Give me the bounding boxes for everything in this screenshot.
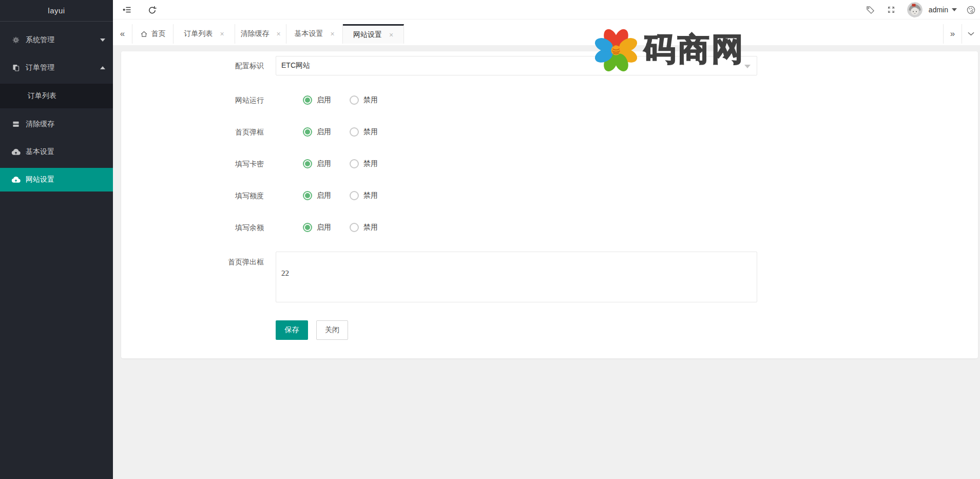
radio-disable-label[interactable]: 禁用 <box>363 159 378 168</box>
radio-enable[interactable] <box>303 223 312 232</box>
radio-enable[interactable] <box>303 159 312 168</box>
gear-icon <box>11 36 21 44</box>
radio-disable-label[interactable]: 禁用 <box>363 95 378 105</box>
tab-operations-button[interactable] <box>962 24 980 44</box>
tab-home[interactable]: 首页 <box>132 24 174 44</box>
field-label: 填写余额 <box>207 218 264 237</box>
chevron-down-icon <box>952 8 957 11</box>
radio-disable-label[interactable]: 禁用 <box>363 191 378 200</box>
avatar-image <box>907 2 923 17</box>
app-logo: layui <box>0 0 113 22</box>
sidebar-item-label: 订单列表 <box>28 91 56 101</box>
fullscreen-icon <box>887 5 896 14</box>
close-icon[interactable]: × <box>276 30 280 37</box>
sidebar: layui 系统管理 订单管理 订单列表 <box>0 0 113 479</box>
radio-enable[interactable] <box>303 127 312 137</box>
sidebar-nav: 系统管理 订单管理 订单列表 清除缓存 <box>0 22 113 191</box>
form-row-popup-content: 首页弹出框 22 <box>207 252 978 304</box>
radio-disable-label[interactable]: 禁用 <box>363 127 378 137</box>
sidebar-item-order-management[interactable]: 订单管理 <box>0 56 113 80</box>
field-label: 填写卡密 <box>207 154 264 174</box>
cloud-upload-icon <box>11 148 21 156</box>
header-right: admin <box>866 0 976 20</box>
home-icon <box>140 30 148 38</box>
identity-select[interactable] <box>276 56 757 75</box>
radio-enable-label[interactable]: 启用 <box>317 95 331 105</box>
chevron-down-icon <box>100 39 105 42</box>
collapse-sidebar-button[interactable] <box>117 0 138 20</box>
sidebar-item-label: 系统管理 <box>26 35 54 45</box>
user-menu[interactable]: admin <box>929 6 957 14</box>
sidebar-item-label: 清除缓存 <box>26 120 54 129</box>
chevron-up-icon <box>100 66 105 69</box>
tab-basic-settings[interactable]: 基本设置 × <box>286 24 343 44</box>
radio-enable[interactable] <box>303 191 312 200</box>
username: admin <box>929 6 948 14</box>
close-icon[interactable]: × <box>330 30 334 37</box>
theme-button[interactable] <box>966 5 976 15</box>
close-button[interactable]: 关闭 <box>316 320 348 340</box>
close-icon[interactable]: × <box>220 30 224 37</box>
radio-enable-label[interactable]: 启用 <box>317 191 331 200</box>
radio-enable-label[interactable]: 启用 <box>317 159 331 168</box>
tag-icon <box>866 5 875 15</box>
tab-label: 基本设置 <box>294 29 323 39</box>
tab-scroll-left-button[interactable]: « <box>113 24 132 44</box>
settings-card: 配置标识 网站运行 启用 禁用 <box>121 51 978 358</box>
tabs-row: « 首页 订单列表 × 清除缓存 × 基本设置 × 网站设置 × <box>113 24 404 44</box>
tab-clear-cache[interactable]: 清除缓存 × <box>235 24 286 44</box>
close-icon[interactable]: × <box>389 31 393 39</box>
radio-disable-label[interactable]: 禁用 <box>363 223 378 232</box>
radio-enable[interactable] <box>303 95 312 105</box>
form-row-identity: 配置标识 <box>207 56 978 75</box>
tab-scroll-right-button[interactable]: » <box>943 24 962 44</box>
tab-bar: « 首页 订单列表 × 清除缓存 × 基本设置 × 网站设置 × » <box>113 20 980 45</box>
sidebar-item-system-management[interactable]: 系统管理 <box>0 28 113 52</box>
sidebar-item-label: 网站设置 <box>26 175 54 184</box>
save-button[interactable]: 保存 <box>276 320 308 340</box>
copy-icon <box>11 64 21 72</box>
refresh-button[interactable] <box>142 0 162 20</box>
radio-disable[interactable] <box>350 127 359 137</box>
sidebar-item-site-settings[interactable]: 网站设置 <box>0 168 113 191</box>
server-icon <box>11 120 21 128</box>
radio-disable[interactable] <box>350 159 359 168</box>
collapse-sidebar-icon <box>122 5 132 15</box>
radio-enable-label[interactable]: 启用 <box>317 127 331 137</box>
field-label: 配置标识 <box>207 56 264 75</box>
form-row-home-popup: 首页弹框 启用 禁用 <box>207 122 978 142</box>
field-label: 首页弹出框 <box>207 252 264 267</box>
tag-button[interactable] <box>866 5 875 15</box>
field-label: 首页弹框 <box>207 122 264 142</box>
header: admin <box>113 0 980 20</box>
tab-bar-controls: » <box>943 24 980 44</box>
radio-enable-label[interactable]: 启用 <box>317 223 331 232</box>
radio-disable[interactable] <box>350 223 359 232</box>
tab-label: 网站设置 <box>353 30 382 40</box>
radio-disable[interactable] <box>350 191 359 200</box>
form-row-buttons: 保存 关闭 <box>207 320 978 340</box>
avatar[interactable] <box>907 2 923 17</box>
form-row-balance: 填写余额 启用 禁用 <box>207 218 978 237</box>
chevron-down-icon <box>968 32 974 36</box>
identity-select-value[interactable] <box>276 56 757 75</box>
sidebar-item-clear-cache[interactable]: 清除缓存 <box>0 112 113 136</box>
palette-icon <box>966 5 976 15</box>
refresh-icon <box>147 5 157 15</box>
cloud-upload-icon <box>11 176 21 183</box>
sidebar-item-basic-settings[interactable]: 基本设置 <box>0 140 113 164</box>
tab-order-list[interactable]: 订单列表 × <box>174 24 235 44</box>
field-label: 网站运行 <box>207 90 264 110</box>
form-row-card-secret: 填写卡密 启用 禁用 <box>207 154 978 174</box>
sidebar-item-order-list[interactable]: 订单列表 <box>0 84 113 108</box>
popup-content-textarea[interactable]: 22 <box>276 252 757 302</box>
tab-label: 清除缓存 <box>240 29 269 39</box>
tab-label: 订单列表 <box>184 29 213 39</box>
radio-disable[interactable] <box>350 95 359 105</box>
tab-site-settings[interactable]: 网站设置 × <box>343 24 404 44</box>
sidebar-item-label: 订单管理 <box>26 63 54 72</box>
content-area: 配置标识 网站运行 启用 禁用 <box>113 45 980 479</box>
fullscreen-button[interactable] <box>887 5 896 14</box>
tab-label: 首页 <box>151 29 166 39</box>
form-row-site-running: 网站运行 启用 禁用 <box>207 90 978 110</box>
